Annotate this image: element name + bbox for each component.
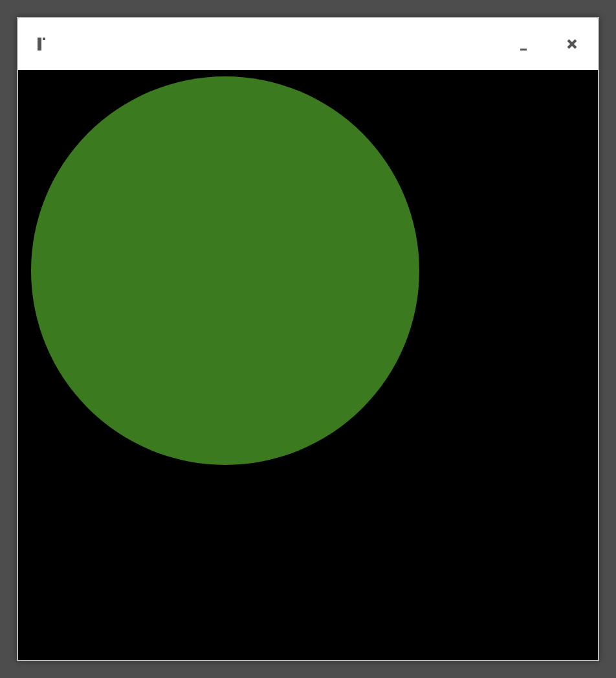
canvas-area[interactable] [18,70,598,660]
titlebar[interactable] [18,18,598,70]
svg-rect-0 [520,49,527,51]
application-window [17,17,599,661]
titlebar-controls [517,38,578,51]
titlebar-left [38,38,54,51]
minimize-icon [519,42,528,51]
close-button[interactable] [566,38,578,51]
minimize-button[interactable] [517,40,530,53]
green-circle [31,76,419,465]
close-icon [566,38,578,50]
app-icon [38,38,48,51]
